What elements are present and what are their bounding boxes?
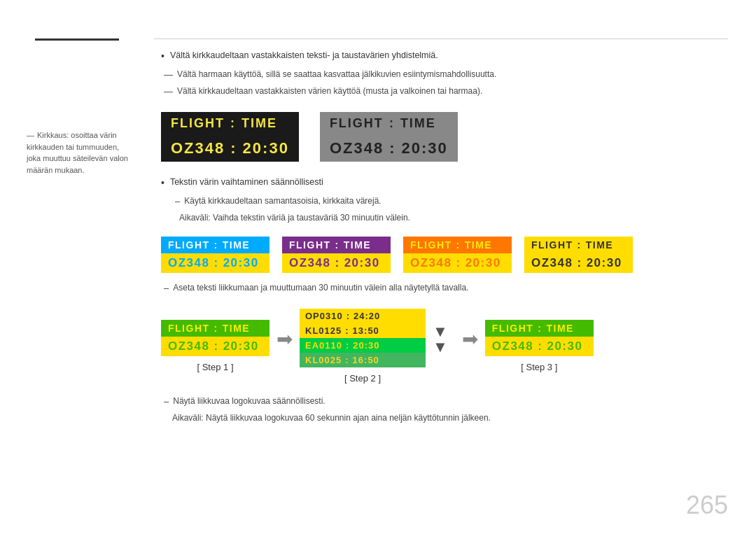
sm-flight-orange: FLIGHT xyxy=(410,239,452,251)
mf-colon-4: : xyxy=(345,355,349,365)
top-line xyxy=(154,38,728,39)
footnote-text-2: Aikaväli: Näytä liikkuvaa logokuvaa 60 s… xyxy=(172,412,491,424)
sidebar-note: Kirkkaus: osoittaa värin kirkkauden tai … xyxy=(27,129,135,176)
footnote-dash-icon-1: – xyxy=(164,395,169,409)
mf-code-2: KL0125 xyxy=(305,325,342,336)
colon2-gray: : xyxy=(389,139,396,157)
step3-row2: OZ348 : 20:30 xyxy=(485,337,594,356)
small-boards-section: FLIGHT : TIME OZ348 : 20:30 FLIGHT : TIM… xyxy=(161,237,728,273)
sm-colon1-yd: : xyxy=(578,239,582,251)
big-boards-section: FLIGHT : TIME OZ348 : 20:30 FLIGHT : TIM… xyxy=(161,112,728,162)
step3-label: [ Step 3 ] xyxy=(521,362,557,372)
left-bar xyxy=(35,38,119,41)
dash-text-3: Vältä kirkkaudeltaan vastakkaisten värie… xyxy=(177,85,482,97)
step1-flight: FLIGHT xyxy=(168,323,210,334)
flight-board-gray: FLIGHT : TIME OZ348 : 20:30 xyxy=(320,112,458,162)
step1-val: 20:30 xyxy=(223,339,259,353)
page-number: 265 xyxy=(686,491,728,520)
dash-steps-icon: – xyxy=(164,281,169,295)
bullet-text-1: Vältä kirkkaudeltaan vastakkaisten tekst… xyxy=(170,49,438,62)
sm-colon2-cyan: : xyxy=(214,256,218,270)
mf-code-3: EA0110 xyxy=(305,340,342,351)
sm-time-yd: TIME xyxy=(586,239,613,251)
step1-colon2: : xyxy=(214,339,218,353)
dash-icon-3: — xyxy=(164,85,173,99)
arrow-right-2: ➡ xyxy=(462,328,478,351)
time-label-gray: TIME xyxy=(400,116,436,131)
sm-colon2-orange: : xyxy=(456,256,461,270)
sm-oz-yd: OZ348 xyxy=(531,256,573,270)
bullet-item-1: • Vältä kirkkaudeltaan vastakkaisten tek… xyxy=(161,49,728,64)
sm-val-cyan: 20:30 xyxy=(223,256,259,270)
flight-board-purple: FLIGHT : TIME OZ348 : 20:30 xyxy=(282,237,391,273)
mf-row-3: EA0110 : 20:30 xyxy=(300,338,426,353)
step1-time: TIME xyxy=(223,323,250,334)
dash-steps-note: – Aseta teksti liikkumaan ja muuttumaan … xyxy=(161,281,728,295)
step-1-block: FLIGHT : TIME OZ348 : 20:30 [ Step 1 ] xyxy=(161,320,270,372)
sm-val-orange: 20:30 xyxy=(465,256,501,270)
flight-board-cyan: FLIGHT : TIME OZ348 : 20:30 xyxy=(161,237,270,273)
board-row2-gray: OZ348 : 20:30 xyxy=(320,135,458,162)
mf-time-2: 13:50 xyxy=(353,325,379,336)
main-content: • Vältä kirkkaudeltaan vastakkaisten tek… xyxy=(161,49,728,427)
step3-board: FLIGHT : TIME OZ348 : 20:30 xyxy=(485,320,594,356)
flight-board-yellow-dark: FLIGHT : TIME OZ348 : 20:30 xyxy=(524,237,633,273)
sm-time-orange: TIME xyxy=(465,239,492,251)
mf-row-2: KL0125 : 13:50 xyxy=(300,323,426,338)
mf-time-4: 16:50 xyxy=(353,355,379,365)
mf-colon-3: : xyxy=(346,340,349,351)
step2-multi-flight: OP0310 : 24:20 KL0125 : 13:50 EA0110 : 2… xyxy=(300,309,426,367)
footnote-dash-2: Aikaväli: Näytä liikkuvaa logokuvaa 60 s… xyxy=(161,412,728,424)
sm-val-yd: 20:30 xyxy=(587,256,622,270)
arrow-right-1: ➡ xyxy=(276,328,293,351)
sm-colon2-yd: : xyxy=(577,256,582,270)
sm-flight-cyan: FLIGHT xyxy=(168,239,210,251)
mf-time-3: 20:30 xyxy=(353,340,379,351)
time-value-gray: 20:30 xyxy=(401,139,447,157)
step1-label: [ Step 1 ] xyxy=(197,362,233,372)
flight-label-gray: FLIGHT xyxy=(330,116,384,131)
sm-colon1-orange: : xyxy=(456,239,461,251)
arrow-down-1: ▼ xyxy=(433,324,448,339)
sm-row2-orange: OZ348 : 20:30 xyxy=(403,253,512,273)
footnote-text-1: Näytä liikkuvaa logokuvaa säännöllisesti… xyxy=(173,395,325,407)
dash-item-4: – Käytä kirkkaudeltaan samantasoisia, ki… xyxy=(161,195,728,209)
step3-time: TIME xyxy=(547,323,574,334)
bullet-icon-1: • xyxy=(161,49,164,64)
oz-label-gray: OZ348 xyxy=(330,139,384,157)
flight-board-orange: FLIGHT : TIME OZ348 : 20:30 xyxy=(403,237,512,273)
time-value: 20:30 xyxy=(243,139,289,157)
sm-flight-yd: FLIGHT xyxy=(531,239,573,251)
sm-time-purple: TIME xyxy=(344,239,371,251)
dash-steps-text: Aseta teksti liikkumaan ja muuttumaan 30… xyxy=(173,281,468,294)
step1-colon1: : xyxy=(214,323,218,334)
sm-val-purple: 20:30 xyxy=(344,256,380,270)
dash-text-4: Käytä kirkkaudeltaan samantasoisia, kirk… xyxy=(184,195,381,207)
board-row1-dark: FLIGHT : TIME xyxy=(161,112,299,135)
dash-icon-2: — xyxy=(164,68,173,82)
sm-row1-cyan: FLIGHT : TIME xyxy=(161,237,270,253)
sm-colon2-purple: : xyxy=(335,256,340,270)
mf-code-1: OP0310 xyxy=(305,311,343,321)
dash-text-5: Aikaväli: Vaihda tekstin väriä ja tausta… xyxy=(179,211,410,224)
arrow-down-container: ▼ ▼ xyxy=(433,324,448,355)
sm-colon1-purple: : xyxy=(335,239,340,251)
bullet-text-4: Tekstin värin vaihtaminen säännöllisesti xyxy=(170,176,323,189)
sm-oz-cyan: OZ348 xyxy=(168,256,209,270)
sm-colon1-cyan: : xyxy=(214,239,218,251)
board-row2-dark: OZ348 : 20:30 xyxy=(161,135,299,162)
dash-icon-4: – xyxy=(175,195,180,209)
flight-board-dark-yellow: FLIGHT : TIME OZ348 : 20:30 xyxy=(161,112,299,162)
mf-row-4: KL0025 : 16:50 xyxy=(300,353,426,367)
step1-row2: OZ348 : 20:30 xyxy=(161,337,270,356)
sm-time-cyan: TIME xyxy=(223,239,250,251)
step3-colon2: : xyxy=(538,339,542,353)
step3-colon1: : xyxy=(538,323,542,334)
colon1: : xyxy=(230,116,236,131)
arrow-down-2: ▼ xyxy=(433,339,448,355)
step-2-block: OP0310 : 24:20 KL0125 : 13:50 EA0110 : 2… xyxy=(300,309,426,384)
step2-label: [ Step 2 ] xyxy=(344,373,381,384)
mf-colon-1: : xyxy=(346,311,350,321)
sm-row1-yd: FLIGHT : TIME xyxy=(524,237,633,253)
sm-row1-purple: FLIGHT : TIME xyxy=(282,237,391,253)
